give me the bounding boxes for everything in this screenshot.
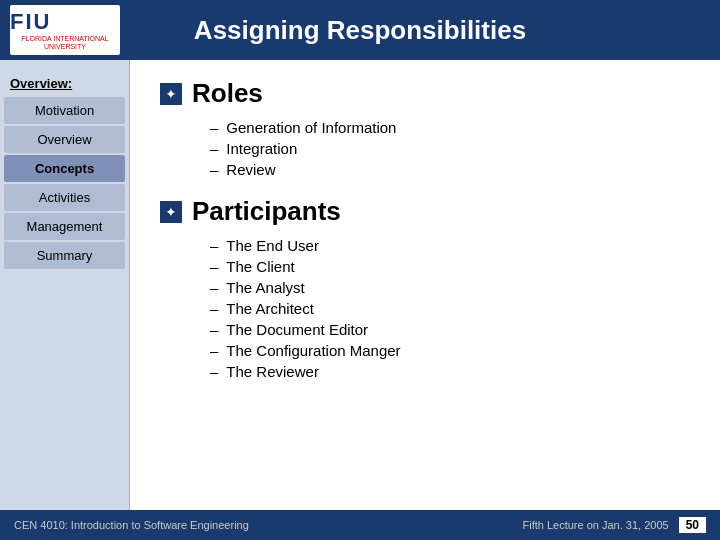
sidebar: Overview: Motivation Overview Concepts A… xyxy=(0,60,130,540)
footer-right-area: Fifth Lecture on Jan. 31, 2005 50 xyxy=(522,517,706,533)
list-item: The End User xyxy=(210,237,690,254)
sidebar-item-overview[interactable]: Overview xyxy=(4,126,125,153)
main-layout: Overview: Motivation Overview Concepts A… xyxy=(0,60,720,540)
sidebar-item-concepts[interactable]: Concepts xyxy=(4,155,125,182)
header: FIU FLORIDA INTERNATIONAL UNIVERSITY Ass… xyxy=(0,0,720,60)
page-title: Assigning Responsibilities xyxy=(194,15,526,46)
list-item: Integration xyxy=(210,140,690,157)
roles-title: Roles xyxy=(192,78,263,109)
list-item: Generation of Information xyxy=(210,119,690,136)
list-item: The Client xyxy=(210,258,690,275)
logo-text: FIU xyxy=(10,9,120,35)
list-item: The Configuration Manger xyxy=(210,342,690,359)
footer-right-text: Fifth Lecture on Jan. 31, 2005 xyxy=(522,519,668,531)
sidebar-section-label: Overview: xyxy=(0,70,129,95)
footer-left-text: CEN 4010: Introduction to Software Engin… xyxy=(14,519,249,531)
list-item: Review xyxy=(210,161,690,178)
sidebar-item-summary[interactable]: Summary xyxy=(4,242,125,269)
participants-section: ✦ Participants The End User The Client T… xyxy=(160,196,690,380)
logo-box: FIU FLORIDA INTERNATIONAL UNIVERSITY xyxy=(10,5,120,55)
roles-bullet: ✦ xyxy=(160,83,182,105)
list-item: The Reviewer xyxy=(210,363,690,380)
participants-title: Participants xyxy=(192,196,341,227)
footer: CEN 4010: Introduction to Software Engin… xyxy=(0,510,720,540)
sidebar-item-activities[interactable]: Activities xyxy=(4,184,125,211)
participants-header: ✦ Participants xyxy=(160,196,690,227)
list-item: The Analyst xyxy=(210,279,690,296)
list-item: The Architect xyxy=(210,300,690,317)
roles-section: ✦ Roles Generation of Information Integr… xyxy=(160,78,690,178)
content-area: ✦ Roles Generation of Information Integr… xyxy=(130,60,720,540)
roles-header: ✦ Roles xyxy=(160,78,690,109)
logo-sub: FLORIDA INTERNATIONAL UNIVERSITY xyxy=(10,35,120,52)
participants-bullet: ✦ xyxy=(160,201,182,223)
roles-list: Generation of Information Integration Re… xyxy=(210,119,690,178)
list-item: The Document Editor xyxy=(210,321,690,338)
footer-page-number: 50 xyxy=(679,517,706,533)
sidebar-item-management[interactable]: Management xyxy=(4,213,125,240)
participants-list: The End User The Client The Analyst The … xyxy=(210,237,690,380)
logo-area: FIU FLORIDA INTERNATIONAL UNIVERSITY xyxy=(10,5,120,55)
sidebar-item-motivation[interactable]: Motivation xyxy=(4,97,125,124)
